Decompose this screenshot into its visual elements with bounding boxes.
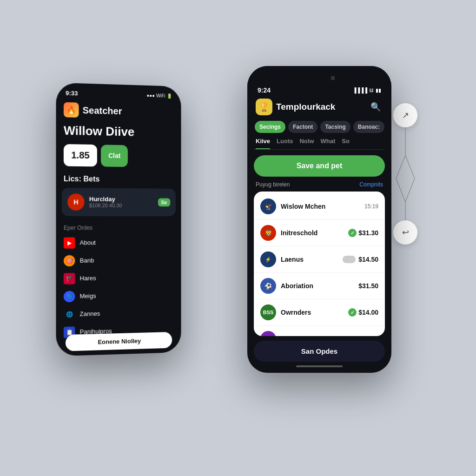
back-status-bar: 9:33 ●●●WiFi🔋 [62, 89, 176, 99]
sub-tab-kiive[interactable]: Kiive [256, 138, 270, 149]
back-header: 🔥 Seatcher [62, 102, 176, 120]
svg-line-1 [396, 155, 405, 178]
back-app-title: Seatcher [83, 105, 122, 116]
initreschold-info: Initreschold [281, 229, 344, 237]
menu-item-zannes[interactable]: 🌐 Zannes [64, 303, 174, 323]
filter-tab-tacsing[interactable]: Tacsing [320, 121, 350, 133]
owrnders-check: ✓ [348, 308, 357, 317]
back-bet-card-info: Hurclday $108.20 40.30 [89, 196, 153, 209]
front-notch-area [254, 73, 385, 84]
back-bet-card-badge: Se [158, 198, 170, 206]
result-item-initreschold: 🦁 Initreschold ✓ $31.30 [254, 220, 385, 246]
back-team-logo: H [67, 193, 85, 211]
back-bet-row: 1.85 Clat [62, 144, 176, 167]
back-bet-button[interactable]: Clat [101, 145, 128, 167]
result-item-wislow: 🦅 Wislow Mchen 15:19 [254, 193, 385, 220]
svg-line-2 [405, 155, 415, 178]
about-label: About [80, 239, 96, 246]
save-bet-button[interactable]: Save and pet [254, 155, 385, 177]
back-app-icon: 🔥 [64, 102, 79, 118]
scene: 9:33 ●●●WiFi🔋 🔥 Seatcher Willow Diive 1.… [29, 29, 447, 447]
home-indicator [296, 365, 343, 367]
aboriation-price: $31.50 [358, 282, 378, 290]
float-icon-top[interactable]: ↗ [393, 103, 417, 127]
search-button[interactable]: 🔍 [368, 99, 383, 114]
results-header: Puyug birelen Compnits [254, 181, 385, 188]
zannes-label: Zannes [80, 310, 100, 317]
laenus-toggle[interactable] [343, 256, 356, 263]
back-bet-value: 1.85 [64, 144, 97, 166]
aboriation-logo: ⚽ [260, 278, 276, 294]
wislow-time: 15:19 [364, 203, 378, 210]
back-status-icons: ●●●WiFi🔋 [146, 93, 172, 99]
filter-tab-banoac[interactable]: Banoac: [353, 121, 384, 133]
sub-tab-so[interactable]: So [342, 138, 350, 149]
result-item-owrnders: BSS Owrnders ✓ $14.00 [254, 299, 385, 326]
menu-item-about[interactable]: ▶ About [64, 233, 174, 251]
shonscholt-logo: 🎯 [260, 331, 276, 336]
back-screen: 9:33 ●●●WiFi🔋 🔥 Seatcher Willow Diive 1.… [56, 83, 181, 357]
initreschold-name: Initreschold [281, 229, 344, 237]
result-item-aboriation: ⚽ Aboriation $31.50 [254, 273, 385, 299]
laenus-right: $14.50 [343, 256, 378, 263]
results-card: 🦅 Wislow Mchen 15:19 🦁 Initreschold [254, 192, 385, 336]
front-screen: 9:24 ▐▐▐▐ 𝌭 ▮▮ 🏆 Templourkack 🔍 Secings … [247, 66, 391, 373]
filter-tab-factont[interactable]: Factont [288, 121, 317, 133]
phone-front: 9:24 ▐▐▐▐ 𝌭 ▮▮ 🏆 Templourkack 🔍 Secings … [247, 66, 391, 373]
results-label: Puyug birelen [256, 181, 290, 188]
sub-tabs: Kiive Luots Nolw What So [254, 138, 385, 150]
back-time: 9:33 [66, 89, 78, 97]
shonscholt-name: Shonscholt [281, 335, 354, 336]
float-icon-group: ↗ ↩ [391, 103, 419, 245]
menu-section-label: Eper Ordes [64, 224, 174, 231]
menu-item-meigs[interactable]: 🔵 Meigs [64, 286, 174, 305]
wislow-info: Wislow Mchen [281, 203, 360, 210]
front-bottom-button[interactable]: San Opdes [254, 341, 385, 362]
shonscholt-info: Shonscholt [281, 335, 354, 336]
hares-label: Hares [80, 275, 96, 282]
owrnders-logo: BSS [260, 304, 276, 320]
front-app-title: Templourkack [276, 102, 364, 112]
laenus-price: $14.50 [358, 256, 378, 263]
front-status-icons: ▐▐▐▐ 𝌭 ▮▮ [353, 87, 381, 93]
filter-tabs: Secings Factont Tacsing Banoac: [254, 121, 385, 133]
laenus-name: Laenus [281, 256, 338, 263]
float-icon-bottom[interactable]: ↩ [393, 220, 417, 245]
connector-svg [391, 127, 419, 220]
compare-link[interactable]: Compnits [359, 181, 383, 188]
wislow-logo: 🦅 [260, 198, 276, 214]
wislow-right: 15:19 [364, 203, 378, 210]
initreschold-logo: 🦁 [260, 225, 276, 241]
wislow-name: Wislow Mchen [281, 203, 360, 210]
aboriation-info: Aboriation [281, 282, 354, 290]
sub-tab-what[interactable]: What [321, 138, 336, 149]
sub-tab-nolw[interactable]: Nolw [299, 138, 314, 149]
banb-label: Banb [80, 257, 94, 264]
front-time: 9:24 [258, 86, 271, 94]
phone-back: 9:33 ●●●WiFi🔋 🔥 Seatcher Willow Diive 1.… [56, 83, 181, 357]
back-page-title: Willow Diive [62, 124, 176, 139]
battery-icon: ▮▮ [376, 87, 381, 93]
laenus-logo: ⚡ [260, 251, 276, 267]
signal-icon: ▐▐▐▐ [353, 87, 367, 93]
hares-icon: 🏴 [64, 273, 75, 284]
svg-line-4 [405, 178, 415, 202]
result-item-shonscholt: 🎯 Shonscholt $14.50 [254, 326, 385, 336]
result-item-laenus: ⚡ Laenus $14.50 [254, 246, 385, 273]
svg-line-3 [396, 178, 405, 202]
filter-tab-secings[interactable]: Secings [255, 121, 285, 133]
laenus-info: Laenus [281, 256, 338, 263]
owrnders-info: Owrnders [281, 309, 344, 316]
front-app-icon: 🏆 [256, 99, 272, 115]
sub-tab-luots[interactable]: Luots [277, 138, 293, 149]
back-bottom-button[interactable]: Eonene Niolley [66, 332, 172, 351]
owrnders-name: Owrnders [281, 309, 344, 316]
initreschold-price: ✓ $31.30 [348, 229, 378, 237]
meigs-label: Meigs [80, 292, 96, 300]
back-bet-card-sub: $108.20 40.30 [89, 203, 153, 208]
wifi-icon: 𝌭 [369, 87, 374, 93]
front-header: 🏆 Templourkack 🔍 [254, 99, 385, 115]
front-notch [298, 73, 340, 84]
menu-item-banb[interactable]: 🎯 Banb [64, 251, 174, 270]
menu-item-hares[interactable]: 🏴 Hares [64, 268, 174, 287]
